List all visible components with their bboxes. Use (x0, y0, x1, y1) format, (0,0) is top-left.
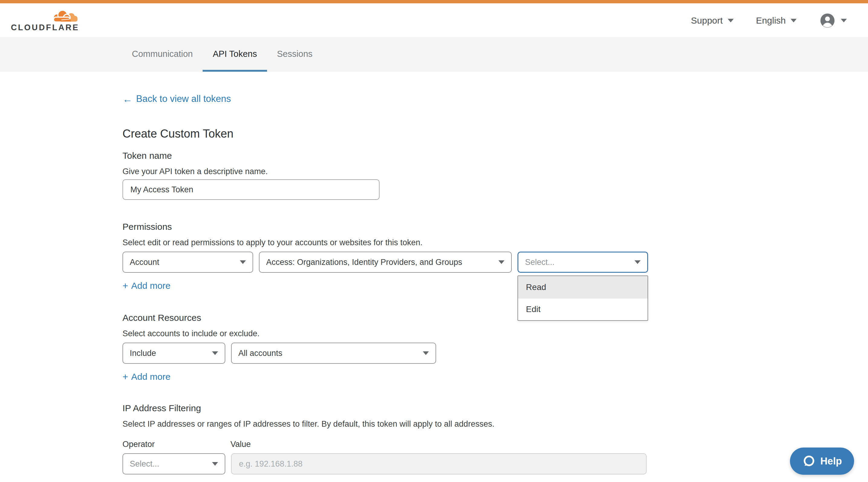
tab-sessions[interactable]: Sessions (267, 38, 323, 72)
tab-communication[interactable]: Communication (122, 38, 203, 72)
language-label: English (756, 15, 786, 26)
ip-value-input[interactable] (231, 453, 647, 475)
chevron-down-icon (728, 19, 734, 22)
chevron-down-icon (212, 462, 218, 466)
operator-label: Operator (123, 440, 230, 449)
permission-level-placeholder: Select... (525, 258, 555, 267)
tab-api-tokens[interactable]: API Tokens (203, 38, 267, 72)
permissions-section: Permissions Select edit or read permissi… (123, 222, 649, 291)
account-resources-section: Account Resources Select accounts to inc… (123, 313, 649, 382)
header-right: Support English (691, 12, 847, 29)
cloudflare-logo-text: CLOUDFLARE (11, 24, 79, 32)
arrow-left-icon: ← (123, 94, 132, 104)
add-more-label: Add more (131, 372, 170, 382)
header: CLOUDFLARE Support English (0, 3, 868, 37)
chevron-down-icon (240, 260, 246, 264)
back-link[interactable]: ← Back to view all tokens (123, 93, 231, 104)
include-exclude-value: Include (130, 349, 156, 358)
value-label: Value (230, 440, 251, 449)
add-more-label: Add more (131, 281, 170, 291)
chevron-down-icon (634, 260, 641, 264)
permission-level-menu: Read Edit (518, 276, 648, 321)
token-name-description: Give your API token a descriptive name. (123, 167, 649, 176)
help-button[interactable]: Help (790, 448, 854, 475)
ip-filtering-row: Select... (123, 453, 649, 475)
ip-filtering-labels: Operator Value (123, 440, 649, 449)
help-label: Help (820, 455, 842, 467)
permissions-heading: Permissions (123, 222, 649, 232)
support-dropdown[interactable]: Support (691, 15, 734, 26)
accounts-value: All accounts (238, 349, 282, 358)
cloudflare-logo[interactable]: CLOUDFLARE (11, 9, 79, 32)
ip-filtering-heading: IP Address Filtering (123, 403, 649, 413)
language-dropdown[interactable]: English (756, 15, 797, 26)
permissions-description: Select edit or read permissions to apply… (123, 238, 649, 247)
permissions-row: Account Access: Organizations, Identity … (123, 252, 649, 273)
chevron-down-icon (790, 19, 797, 22)
token-name-input[interactable] (123, 179, 379, 200)
menu-option-read[interactable]: Read (518, 276, 648, 298)
support-label: Support (691, 15, 723, 26)
page-title: Create Custom Token (123, 127, 649, 140)
permission-resource-value: Access: Organizations, Identity Provider… (266, 258, 462, 267)
chevron-down-icon (498, 260, 504, 264)
permission-level-select[interactable]: Select... Read Edit (518, 252, 648, 273)
accounts-select[interactable]: All accounts (231, 343, 436, 364)
add-more-permissions[interactable]: + Add more (123, 281, 170, 291)
permission-scope-select[interactable]: Account (123, 252, 253, 273)
include-exclude-select[interactable]: Include (123, 343, 225, 364)
chat-bubble-icon (802, 454, 815, 468)
back-link-label: Back to view all tokens (136, 93, 231, 104)
menu-option-edit[interactable]: Edit (518, 298, 648, 320)
permission-resource-select[interactable]: Access: Organizations, Identity Provider… (259, 252, 512, 273)
plus-icon: + (123, 281, 128, 291)
tabbar: Communication API Tokens Sessions (0, 37, 868, 72)
token-name-heading: Token name (123, 151, 649, 161)
plus-icon: + (123, 372, 128, 382)
chevron-down-icon (841, 19, 847, 22)
avatar-icon (819, 12, 836, 29)
operator-select[interactable]: Select... (123, 453, 225, 475)
top-accent-bar (0, 0, 868, 3)
chevron-down-icon (423, 351, 429, 355)
account-resources-row: Include All accounts (123, 343, 649, 364)
permission-scope-value: Account (130, 258, 159, 267)
cloudflare-cloud-icon (50, 9, 79, 23)
main-content: ← Back to view all tokens Create Custom … (123, 72, 649, 475)
ip-filtering-description: Select IP addresses or ranges of IP addr… (123, 419, 649, 429)
chevron-down-icon (212, 351, 218, 355)
token-name-section: Token name Give your API token a descrip… (123, 151, 649, 200)
operator-placeholder: Select... (130, 459, 159, 469)
account-resources-description: Select accounts to include or exclude. (123, 329, 649, 339)
account-menu[interactable] (819, 12, 847, 29)
ip-filtering-section: IP Address Filtering Select IP addresses… (123, 403, 649, 475)
add-more-account-resources[interactable]: + Add more (123, 372, 170, 382)
